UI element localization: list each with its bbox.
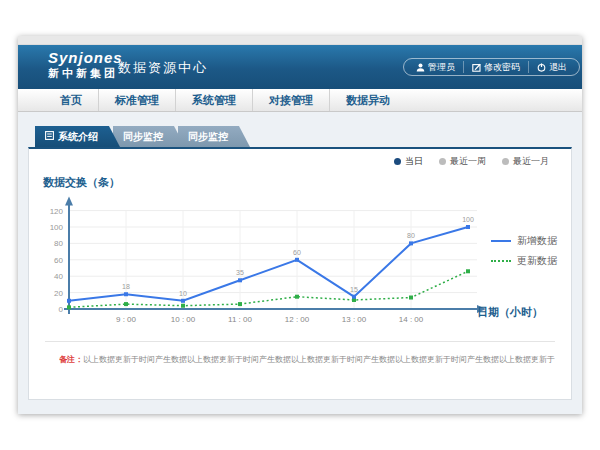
svg-text:12 : 00: 12 : 00 xyxy=(285,315,310,324)
tab-label: 系统介绍 xyxy=(58,126,98,147)
chart-legend: 新增数据 更新数据 xyxy=(491,231,557,271)
chart-panel: 当日 最近一周 最近一月 数据交换（条） 0204060801001209 : … xyxy=(28,147,572,400)
nav-item-integration-management[interactable]: 对接管理 xyxy=(252,89,329,111)
page-title: 数据资源中心 xyxy=(118,59,208,77)
content-area: 系统介绍 同步监控 同步监控 当日 最近一周 xyxy=(18,112,582,414)
window-top-strip xyxy=(18,36,582,45)
footer-note-prefix: 备注： xyxy=(59,355,83,364)
edit-icon xyxy=(472,63,481,72)
legend-label: 新增数据 xyxy=(517,234,557,248)
user-icon xyxy=(416,63,425,72)
svg-text:13 : 00: 13 : 00 xyxy=(342,315,367,324)
footer-note: 备注：以上数据更新于时间产生数据以上数据更新于时间产生数据以上数据更新于时间产生… xyxy=(59,354,557,365)
user-account-label: 管理员 xyxy=(428,61,455,74)
svg-text:15: 15 xyxy=(350,286,358,293)
svg-text:0: 0 xyxy=(59,305,64,314)
svg-text:100: 100 xyxy=(462,216,474,223)
tab-bar: 系统介绍 同步监控 同步监控 xyxy=(18,126,582,147)
svg-text:60: 60 xyxy=(293,249,301,256)
power-icon xyxy=(537,63,546,72)
user-account-button[interactable]: 管理员 xyxy=(408,61,463,73)
radio-selected-icon xyxy=(394,158,401,165)
svg-text:10: 10 xyxy=(179,290,187,297)
legend-item-new-data[interactable]: 新增数据 xyxy=(491,231,557,251)
radio-icon xyxy=(502,158,509,165)
nav-item-standard-management[interactable]: 标准管理 xyxy=(98,89,175,111)
footer-divider xyxy=(45,341,555,342)
filter-today-label: 当日 xyxy=(405,155,423,168)
nav-item-data-changes[interactable]: 数据异动 xyxy=(329,89,406,111)
solid-line-swatch xyxy=(491,240,511,242)
x-axis-title: 日期（小时） xyxy=(477,305,543,320)
change-password-button[interactable]: 修改密码 xyxy=(463,61,528,73)
legend-item-updated-data[interactable]: 更新数据 xyxy=(491,251,557,271)
tab-sync-monitor-1[interactable]: 同步监控 xyxy=(113,126,185,147)
svg-text:11 : 00: 11 : 00 xyxy=(228,315,252,324)
nav-item-home[interactable]: 首页 xyxy=(44,89,98,111)
svg-text:80: 80 xyxy=(54,239,63,248)
filter-today[interactable]: 当日 xyxy=(394,155,423,168)
filter-last-month-label: 最近一月 xyxy=(513,155,549,168)
svg-text:100: 100 xyxy=(50,223,64,232)
svg-text:60: 60 xyxy=(54,256,63,265)
time-range-filter: 当日 最近一周 最近一月 xyxy=(394,155,549,168)
nav-item-system-management[interactable]: 系统管理 xyxy=(175,89,252,111)
logo-subtext: 新中新集团 xyxy=(48,66,123,80)
svg-text:18: 18 xyxy=(122,283,130,290)
main-nav: 首页 标准管理 系统管理 对接管理 数据异动 xyxy=(18,89,582,112)
filter-last-week[interactable]: 最近一周 xyxy=(439,155,486,168)
form-icon xyxy=(45,126,54,147)
svg-text:20: 20 xyxy=(54,289,63,298)
radio-icon xyxy=(439,158,446,165)
company-logo: Synjones 新中新集团 xyxy=(48,49,123,80)
svg-text:120: 120 xyxy=(50,207,64,216)
logo-text: Synjones xyxy=(48,49,123,66)
svg-text:35: 35 xyxy=(236,269,244,276)
app-window: Synjones 新中新集团 数据资源中心 管理员 修改密码 退出 首页 标准管… xyxy=(18,36,582,414)
footer-note-text: 以上数据更新于时间产生数据以上数据更新于时间产生数据以上数据更新于时间产生数据以… xyxy=(83,355,555,364)
svg-text:80: 80 xyxy=(407,232,415,239)
tab-system-intro[interactable]: 系统介绍 xyxy=(35,126,120,147)
tab-label: 同步监控 xyxy=(188,126,228,147)
filter-last-week-label: 最近一周 xyxy=(450,155,486,168)
legend-label: 更新数据 xyxy=(517,254,557,268)
svg-text:10 : 00: 10 : 00 xyxy=(171,315,196,324)
user-menu: 管理员 修改密码 退出 xyxy=(403,58,580,76)
svg-text:14 : 00: 14 : 00 xyxy=(399,315,424,324)
svg-text:40: 40 xyxy=(54,272,63,281)
logout-button[interactable]: 退出 xyxy=(528,61,575,73)
change-password-label: 修改密码 xyxy=(484,61,520,74)
dotted-line-swatch xyxy=(491,260,511,262)
logout-label: 退出 xyxy=(549,61,567,74)
filter-last-month[interactable]: 最近一月 xyxy=(502,155,549,168)
svg-text:9 : 00: 9 : 00 xyxy=(116,315,137,324)
app-header: Synjones 新中新集团 数据资源中心 管理员 修改密码 退出 xyxy=(18,45,582,89)
tab-sync-monitor-2[interactable]: 同步监控 xyxy=(178,126,250,147)
tab-label: 同步监控 xyxy=(123,126,163,147)
